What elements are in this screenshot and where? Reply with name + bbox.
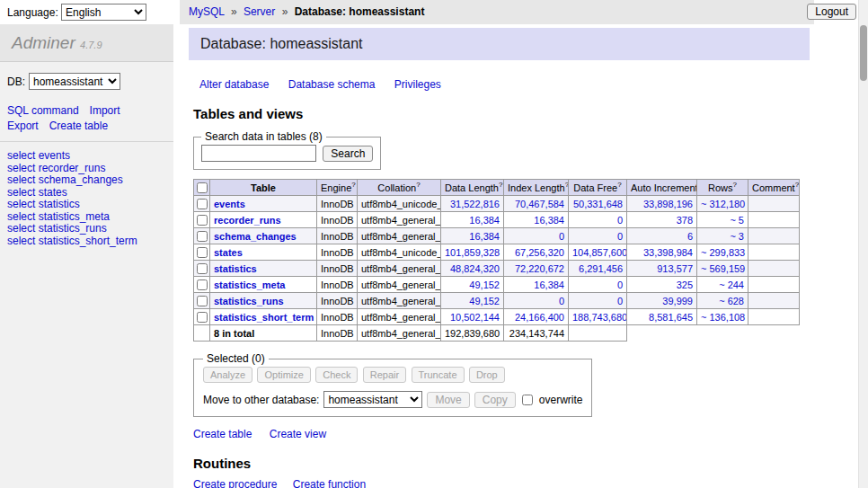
index-length-link[interactable]: 70,467,584	[515, 199, 564, 209]
search-button[interactable]: Search	[323, 146, 373, 162]
search-input[interactable]	[201, 145, 316, 162]
index-length-link[interactable]: 16,384	[534, 279, 564, 290]
sidebar-item-select-statistics[interactable]: select statistics	[7, 199, 166, 211]
move-db-select[interactable]: homeassistant	[323, 391, 422, 408]
breadcrumb-link-mysql[interactable]: MySQL	[189, 5, 225, 18]
import-link[interactable]: Import	[90, 104, 120, 117]
data-free-link[interactable]: 0	[617, 279, 623, 290]
database-schema-link[interactable]: Database schema	[288, 78, 376, 91]
sidebar-item-select-statistics-runs[interactable]: select statistics_runs	[7, 223, 166, 235]
rows-count-link[interactable]: ~ 3	[730, 231, 744, 242]
data-length-link[interactable]: 10,502,144	[450, 312, 500, 323]
breadcrumb-link-server[interactable]: Server	[244, 5, 275, 18]
data-length-link[interactable]: 16,384	[469, 215, 500, 226]
auto-increment-link[interactable]: 33,398,984	[643, 247, 693, 258]
index-length-link[interactable]: 72,220,672	[515, 263, 564, 274]
auto-increment-link[interactable]: 33,898,196	[643, 199, 693, 209]
index-length-link[interactable]: 67,256,320	[515, 247, 564, 258]
create-table-link[interactable]: Create table	[193, 428, 252, 440]
index-length-link[interactable]: 0	[559, 231, 564, 242]
data-length-link[interactable]: 49,152	[469, 296, 500, 306]
data-free-link[interactable]: 6,291,456	[579, 263, 623, 274]
row-checkbox[interactable]	[197, 215, 208, 226]
scrollbar-thumb[interactable]	[860, 25, 867, 81]
drop-button[interactable]: Drop	[469, 367, 505, 383]
engine-cell: InnoDB	[317, 212, 358, 228]
data-length-link[interactable]: 16,384	[469, 231, 500, 242]
row-checkbox[interactable]	[197, 247, 208, 258]
table-name-link[interactable]: statistics_meta	[214, 279, 286, 290]
create-table-link-sidebar[interactable]: Create table	[49, 120, 108, 132]
analyze-button[interactable]: Analyze	[203, 367, 252, 383]
row-checkbox[interactable]	[197, 279, 208, 290]
data-free-link[interactable]: 0	[617, 215, 623, 226]
sidebar-item-select-statistics-short-term[interactable]: select statistics_short_term	[7, 235, 166, 248]
rows-count-link[interactable]: ~ 136,108	[701, 312, 745, 323]
copy-button[interactable]: Copy	[474, 392, 516, 408]
table-name-link[interactable]: recorder_runs	[214, 215, 281, 226]
sidebar-item-select-states[interactable]: select states	[7, 187, 166, 200]
alter-database-link[interactable]: Alter database	[199, 78, 269, 91]
auto-increment-link[interactable]: 325	[677, 279, 693, 290]
index-length-link[interactable]: 24,166,400	[515, 312, 564, 323]
move-button[interactable]: Move	[427, 392, 469, 408]
table-name-link[interactable]: statistics_runs	[214, 296, 284, 306]
engine-cell: InnoDB	[317, 196, 358, 212]
truncate-button[interactable]: Truncate	[412, 367, 465, 383]
export-link[interactable]: Export	[7, 120, 39, 132]
index-length-link[interactable]: 0	[559, 296, 564, 306]
row-checkbox[interactable]	[197, 199, 208, 209]
comment-cell	[748, 293, 800, 309]
table-name-link[interactable]: events	[214, 199, 245, 209]
auto-increment-link[interactable]: 913,577	[657, 263, 693, 274]
auto-increment-link[interactable]: 8,581,645	[649, 312, 693, 323]
data-free-link[interactable]: 0	[617, 231, 623, 242]
column-header-auto-increment: Auto Increment?	[627, 180, 697, 196]
rows-count-link[interactable]: ~ 312,180	[701, 199, 745, 209]
select-all-checkbox[interactable]	[197, 182, 208, 193]
repair-button[interactable]: Repair	[363, 367, 406, 383]
row-checkbox[interactable]	[197, 231, 208, 242]
data-free-link[interactable]: 188,743,680	[572, 312, 627, 323]
sidebar-item-select-statistics-meta[interactable]: select statistics_meta	[7, 211, 166, 224]
sidebar-item-select-events[interactable]: select events	[7, 150, 166, 163]
privileges-link[interactable]: Privileges	[394, 78, 441, 91]
language-select[interactable]: English	[61, 4, 146, 21]
data-length-link[interactable]: 31,522,816	[450, 199, 500, 209]
table-name-link[interactable]: schema_changes	[214, 231, 297, 242]
create-view-link[interactable]: Create view	[270, 428, 326, 440]
auto-increment-link[interactable]: 378	[677, 215, 693, 226]
sidebar-item-select-recorder-runs[interactable]: select recorder_runs	[7, 163, 166, 175]
data-free-link[interactable]: 50,331,648	[573, 199, 623, 209]
check-button[interactable]: Check	[315, 367, 358, 383]
rows-count-link[interactable]: ~ 5	[730, 215, 744, 226]
data-length-link[interactable]: 48,824,320	[450, 263, 500, 274]
data-free-link[interactable]: 104,857,600	[572, 247, 627, 258]
rows-count-link[interactable]: ~ 628	[719, 296, 744, 306]
overwrite-checkbox[interactable]	[522, 395, 533, 405]
vertical-scrollbar[interactable]	[858, 0, 868, 488]
logout-button[interactable]: Logout	[807, 4, 856, 20]
table-name-link[interactable]: states	[214, 247, 243, 258]
optimize-button[interactable]: Optimize	[257, 367, 310, 383]
rows-count-link[interactable]: ~ 569,159	[701, 263, 745, 274]
rows-count-link[interactable]: ~ 299,833	[701, 247, 745, 258]
rows-count-link[interactable]: ~ 244	[719, 279, 744, 290]
data-free-link[interactable]: 0	[617, 296, 623, 306]
table-name-link[interactable]: statistics_short_term	[214, 312, 314, 323]
table-name-link[interactable]: statistics	[214, 263, 257, 274]
row-checkbox[interactable]	[197, 312, 208, 323]
row-checkbox[interactable]	[197, 263, 208, 274]
data-length-link[interactable]: 49,152	[469, 279, 500, 290]
row-checkbox[interactable]	[197, 296, 208, 306]
create-function-link[interactable]: Create function	[293, 478, 366, 488]
index-length-link[interactable]: 16,384	[534, 215, 564, 226]
auto-increment-link[interactable]: 6	[687, 231, 693, 242]
sidebar-item-select-schema-changes[interactable]: select schema_changes	[7, 174, 166, 187]
db-select[interactable]: homeassistant	[29, 73, 120, 90]
auto-increment-link[interactable]: 39,999	[662, 296, 693, 306]
create-procedure-link[interactable]: Create procedure	[193, 478, 277, 488]
move-label: Move to other database:	[203, 394, 319, 406]
data-length-link[interactable]: 101,859,328	[445, 247, 500, 258]
sql-command-link[interactable]: SQL command	[7, 104, 79, 117]
